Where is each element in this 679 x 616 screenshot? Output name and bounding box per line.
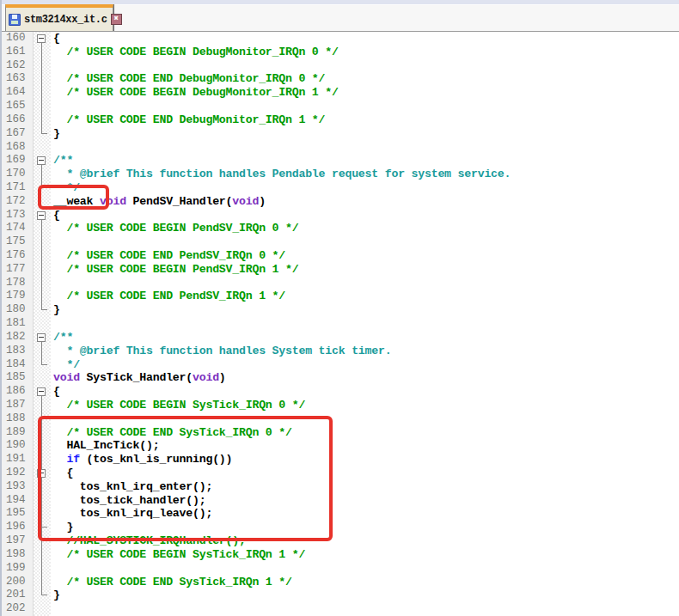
code-text [51, 235, 53, 249]
code-editor-window: stm3214xx_it.c ✖ 160{161 /* USER CODE BE… [0, 0, 679, 616]
fold-margin [34, 426, 51, 440]
fold-toggle[interactable] [34, 32, 51, 46]
fold-toggle[interactable] [34, 154, 51, 168]
code-text: /* USER CODE BEGIN SysTick_IRQn 0 */ [51, 399, 305, 412]
code-line: 161 /* USER CODE BEGIN DebugMonitor_IRQn… [2, 46, 679, 59]
line-number: 190 [2, 439, 34, 453]
code-line: 176 /* USER CODE END PendSV_IRQn 0 */ [2, 249, 679, 263]
fold-margin [34, 399, 51, 412]
code-lines: 160{161 /* USER CODE BEGIN DebugMonitor_… [2, 32, 679, 616]
code-line: 166 /* USER CODE END DebugMonitor_IRQn 1… [2, 113, 679, 127]
line-number: 195 [2, 507, 34, 521]
code-text: tos_tick_handler(); [51, 494, 205, 508]
code-text: //HAL_SYSTICK_IRQHandler(); [51, 534, 246, 548]
fold-margin [34, 141, 51, 155]
code-text: HAL_IncTick(); [51, 439, 159, 453]
code-line: 199 [2, 562, 679, 576]
line-number: 202 [2, 602, 34, 616]
save-file-icon [9, 14, 21, 26]
line-number: 193 [2, 480, 34, 494]
line-number: 186 [2, 385, 34, 399]
code-line: 200 /* USER CODE END SysTick_IRQn 1 */ [2, 576, 679, 589]
fold-margin [34, 521, 51, 534]
line-number: 165 [2, 100, 34, 113]
fold-margin [34, 602, 51, 616]
code-line: 188 [2, 412, 679, 426]
code-line: 178 [2, 277, 679, 290]
line-number: 170 [2, 168, 34, 181]
code-text: tos_knl_irq_enter(); [51, 480, 212, 494]
code-line: 179 /* USER CODE END PendSV_IRQn 1 */ [2, 290, 679, 303]
fold-margin [34, 86, 51, 100]
fold-toggle[interactable] [34, 209, 51, 223]
code-text: /* USER CODE BEGIN PendSV_IRQn 1 */ [51, 263, 298, 277]
line-number: 200 [2, 576, 34, 589]
line-number: 180 [2, 303, 34, 317]
code-text: * @brief This function handles System ti… [51, 345, 391, 358]
line-number: 179 [2, 290, 34, 303]
fold-margin [34, 358, 51, 372]
code-editor[interactable]: 160{161 /* USER CODE BEGIN DebugMonitor_… [2, 32, 679, 616]
line-number: 187 [2, 399, 34, 412]
line-number: 191 [2, 453, 34, 467]
line-number: 181 [2, 317, 34, 331]
code-line: 201} [2, 589, 679, 602]
code-text: } [51, 127, 60, 141]
fold-margin [34, 507, 51, 521]
code-text: { [51, 385, 60, 399]
code-line: 170 * @brief This function handles Penda… [2, 168, 679, 181]
line-number: 183 [2, 345, 34, 358]
fold-margin [34, 576, 51, 589]
code-text: tos_knl_irq_leave(); [51, 507, 212, 521]
fold-margin [34, 113, 51, 127]
fold-margin [34, 345, 51, 358]
fold-margin [34, 290, 51, 303]
fold-margin [34, 72, 51, 86]
code-text: /** [51, 154, 73, 168]
fold-margin [34, 249, 51, 263]
code-text: /* USER CODE END SysTick_IRQn 1 */ [51, 576, 292, 589]
line-number: 174 [2, 222, 34, 235]
code-text: /* USER CODE END PendSV_IRQn 0 */ [51, 249, 285, 263]
code-text [51, 317, 53, 331]
fold-toggle[interactable] [34, 331, 51, 345]
code-text: /* USER CODE BEGIN SysTick_IRQn 1 */ [51, 548, 305, 562]
line-number: 175 [2, 235, 34, 249]
code-text: /* USER CODE END DebugMonitor_IRQn 1 */ [51, 113, 325, 127]
code-line: 184 */ [2, 358, 679, 372]
line-number: 172 [2, 195, 34, 209]
close-tab-button[interactable]: ✖ [111, 14, 122, 25]
fold-toggle[interactable] [34, 467, 51, 480]
tab-stm3214xx-it-c[interactable]: stm3214xx_it.c ✖ [5, 4, 113, 31]
code-line: 197 //HAL_SYSTICK_IRQHandler(); [2, 534, 679, 548]
code-text: * @brief This function handles Pendable … [51, 168, 511, 181]
code-text [51, 562, 53, 576]
code-text: { [51, 32, 60, 46]
code-line: 193 tos_knl_irq_enter(); [2, 480, 679, 494]
code-line: 180} [2, 303, 679, 317]
code-text: } [51, 303, 60, 317]
line-number: 201 [2, 589, 34, 602]
line-number: 197 [2, 534, 34, 548]
code-text [51, 277, 53, 290]
fold-margin [34, 168, 51, 181]
fold-toggle[interactable] [34, 385, 51, 399]
tab-title: stm3214xx_it.c [24, 14, 107, 26]
tab-bar: stm3214xx_it.c ✖ [2, 0, 679, 32]
fold-margin [34, 562, 51, 576]
code-text: } [51, 589, 60, 602]
code-line: 198 /* USER CODE BEGIN SysTick_IRQn 1 */ [2, 548, 679, 562]
line-number: 184 [2, 358, 34, 372]
fold-margin [34, 263, 51, 277]
line-number: 164 [2, 86, 34, 100]
code-text [51, 602, 53, 616]
code-line: 168 [2, 141, 679, 155]
line-number: 171 [2, 181, 34, 195]
code-line: 171 */ [2, 181, 679, 195]
code-line: 195 tos_knl_irq_leave(); [2, 507, 679, 521]
code-line: 165 [2, 100, 679, 113]
line-number: 192 [2, 467, 34, 480]
code-text: /* USER CODE BEGIN DebugMonitor_IRQn 1 *… [51, 86, 339, 100]
code-text: } [51, 521, 73, 534]
line-number: 178 [2, 277, 34, 290]
